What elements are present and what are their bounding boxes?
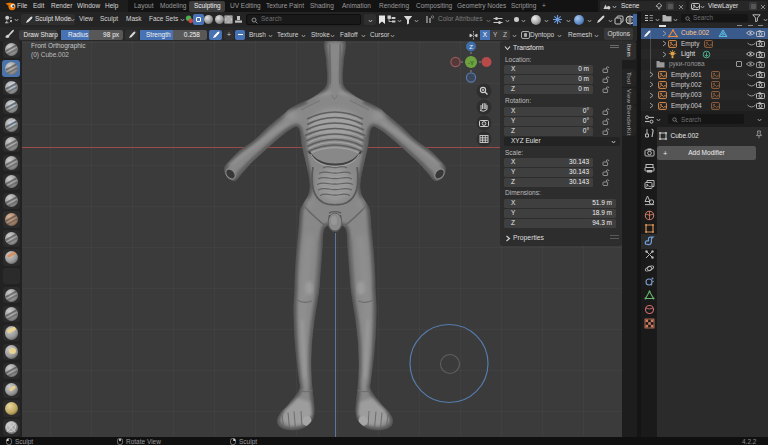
svg-text:Z: Z — [469, 44, 473, 50]
svg-text:-Y: -Y — [468, 60, 474, 66]
